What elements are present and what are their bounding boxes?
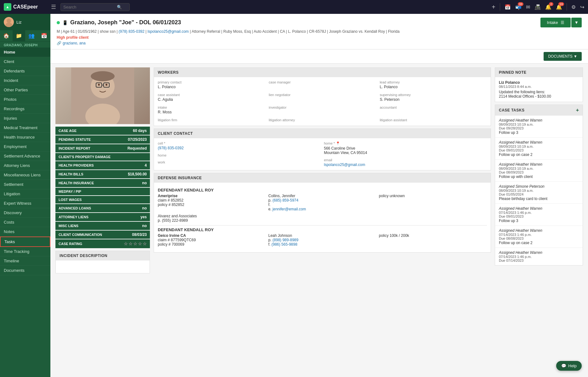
sidebar-item-settlement[interactable]: Settlement	[0, 180, 50, 189]
star-5[interactable]: ☆	[143, 241, 147, 246]
sidebar-item-expert-witness[interactable]: Expert Witness	[0, 199, 50, 208]
calendar-icon[interactable]: 📅	[505, 4, 511, 10]
home-verified-icon: 📍	[336, 141, 340, 145]
sidebar-item-injuries[interactable]: Injuries	[0, 114, 50, 123]
sidebar-item-home[interactable]: Home	[0, 48, 50, 57]
contact-right: home * 📍 566 Caroline DriveMountain View…	[324, 141, 487, 167]
case-tasks-label: CASE TASKS	[499, 108, 524, 112]
sidebar-item-tasks[interactable]: Tasks	[0, 237, 50, 247]
app-name: CASEpeer	[13, 4, 38, 10]
help-button[interactable]: 💬 Help	[556, 361, 582, 371]
search-icon: 🔍	[117, 5, 122, 9]
sidebar-item-recordings[interactable]: Recordings	[0, 104, 50, 114]
defense-insurance-header: DEFENSE INSURANCE	[154, 173, 491, 183]
svg-point-6	[106, 84, 107, 86]
intake-dropdown-button[interactable]: ▼	[571, 18, 582, 27]
adjuster-2-fax-link[interactable]: (986) 565-9898	[271, 242, 297, 247]
settings-icon[interactable]: ⚙	[571, 4, 576, 10]
defense-1-insurer: Ameriprise claim # 852852 policy # 85285…	[158, 194, 266, 211]
defense-1-grid: Ameriprise claim # 852852 policy # 85285…	[158, 194, 487, 211]
worker-supervising-attorney: supervising attorney S. Peterson	[380, 93, 487, 102]
sidebar-item-settlement-advance[interactable]: Settlement Advance	[0, 151, 50, 161]
mail-badge: 33	[518, 2, 523, 6]
nav-divider-2	[567, 3, 567, 11]
phone-link[interactable]: (978) 835-0392	[119, 29, 145, 34]
email-icon[interactable]: ✉	[526, 4, 530, 10]
nav-folder-icon[interactable]: 📁	[13, 30, 25, 41]
task-2: Assigned Heather Warren 08/09/2023 10:19…	[495, 138, 583, 160]
stat-advanced-loans: ADVANCED LOANS no	[55, 204, 150, 212]
notification-icon-2[interactable]: 🔔 19	[556, 4, 562, 10]
sidebar-item-incident[interactable]: Incident	[0, 76, 50, 85]
app-logo[interactable]: ▲ CASEpeer	[4, 3, 48, 11]
task-3: Assigned Heather Warren 08/09/2023 10:19…	[495, 160, 583, 182]
adjuster-1-phone-link[interactable]: (685) 859-5974	[272, 198, 298, 203]
case-label: GRAZIANO, JOSEPH	[0, 42, 50, 48]
client-photo	[55, 67, 150, 124]
sidebar-item-health-insurance[interactable]: Health Insurance	[0, 133, 50, 142]
nav-calendar-icon[interactable]: 📅	[38, 30, 50, 41]
defense-insurance-section: DEFENSE INSURANCE DEFENDANT KENDALL ROY …	[154, 173, 491, 253]
adjuster-1-email-link[interactable]: jennifer@email.com	[272, 207, 306, 211]
sidebar-item-time-tracking[interactable]: Time Tracking	[0, 247, 50, 256]
defendant-2-name: DEFENDANT KENDALL ROY	[158, 227, 487, 232]
sidebar-item-documents[interactable]: Documents	[0, 266, 50, 275]
sidebar-item-timeline[interactable]: Timeline	[0, 256, 50, 266]
sidebar: Liz 🏠 📁 👥 📅 GRAZIANO, JOSEPH Home Client…	[0, 14, 50, 377]
sidebar-item-other-parties[interactable]: Other Parties	[0, 85, 50, 95]
mail-icon[interactable]: 📬 33	[515, 4, 522, 10]
help-icon: 💬	[561, 363, 566, 368]
search-input[interactable]	[63, 5, 117, 9]
sidebar-item-costs[interactable]: Costs	[0, 218, 50, 227]
sidebar-item-litigation[interactable]: Litigation	[0, 189, 50, 199]
defense-1-policy-status: policy unknown	[379, 194, 487, 211]
client-contact-label: CLIENT CONTACT	[158, 131, 193, 136]
linked-case-name: graziano, ana	[63, 41, 86, 45]
linked-case[interactable]: 🔗 graziano, ana	[57, 41, 582, 45]
cell-phone-link[interactable]: (978) 835-0392	[158, 146, 184, 150]
pinned-note-label: PINNED NOTE	[499, 70, 527, 75]
case-phone-icon: 📱	[62, 20, 68, 25]
star-1[interactable]: ☆	[124, 241, 128, 246]
star-3[interactable]: ☆	[133, 241, 137, 246]
stat-case-rating: CASE RATING ☆ ☆ ☆ ☆ ☆	[55, 239, 150, 248]
sidebar-item-medical-treatment[interactable]: Medical Treatment	[0, 123, 50, 133]
workers-header: WORKERS	[154, 68, 491, 77]
workers-body: primary contact L. Polanco case manager …	[154, 77, 491, 126]
contact-grid: cell * (978) 835-0392 home	[158, 141, 487, 167]
client-photo-placeholder	[55, 67, 150, 124]
email-link[interactable]: lspolanco25@gmail.com	[147, 29, 189, 34]
star-2[interactable]: ☆	[128, 241, 133, 246]
sidebar-item-notes[interactable]: Notes	[0, 227, 50, 237]
notification-icon-1[interactable]: 🔔 2	[545, 4, 551, 10]
email-contact-link[interactable]: lspolanco25@gmail.com	[324, 163, 365, 167]
sidebar-item-employment[interactable]: Employment	[0, 142, 50, 151]
sidebar-item-photos[interactable]: Photos	[0, 95, 50, 104]
link-icon: 🔗	[57, 41, 61, 45]
sidebar-item-discovery[interactable]: Discovery	[0, 208, 50, 218]
hamburger-icon[interactable]: ☰	[51, 3, 56, 10]
help-label: Help	[568, 363, 577, 368]
nav-home-icon[interactable]: 🏠	[0, 30, 13, 41]
incident-description-body	[56, 260, 150, 273]
intake-button[interactable]: Intake ☰	[540, 18, 570, 27]
star-4[interactable]: ☆	[138, 241, 142, 246]
add-task-button[interactable]: +	[576, 107, 579, 113]
top-nav: ▲ CASEpeer ☰ 🔍 + 📅 📬 33 ✉ 📠 🔔 2 🔔 19 ⚙ ↪	[0, 0, 588, 14]
voicemail-icon[interactable]: 📠	[534, 4, 541, 10]
sidebar-item-misc-liens[interactable]: Miscellaneous Liens	[0, 170, 50, 180]
defense-divider	[158, 225, 487, 226]
stat-case-age: CASE AGE 60 days	[55, 127, 150, 135]
sidebar-item-attorney-liens[interactable]: Attorney Liens	[0, 161, 50, 170]
logout-icon[interactable]: ↪	[580, 4, 584, 10]
stat-health-providers: HEALTH PROVIDERS 4	[55, 161, 150, 169]
nav-people-icon[interactable]: 👥	[25, 30, 38, 41]
sidebar-item-defendants[interactable]: Defendants	[0, 66, 50, 76]
documents-button[interactable]: DOCUMENTS ▼	[544, 52, 582, 61]
sidebar-item-client[interactable]: Client	[0, 57, 50, 66]
docs-bar: DOCUMENTS ▼	[50, 49, 588, 64]
add-icon[interactable]: +	[492, 3, 495, 11]
documents-label: DOCUMENTS ▼	[548, 54, 577, 59]
adjuster-2-phone-link[interactable]: (898) 989-8989	[272, 238, 298, 242]
note-author: Liz Polanco	[499, 80, 579, 85]
